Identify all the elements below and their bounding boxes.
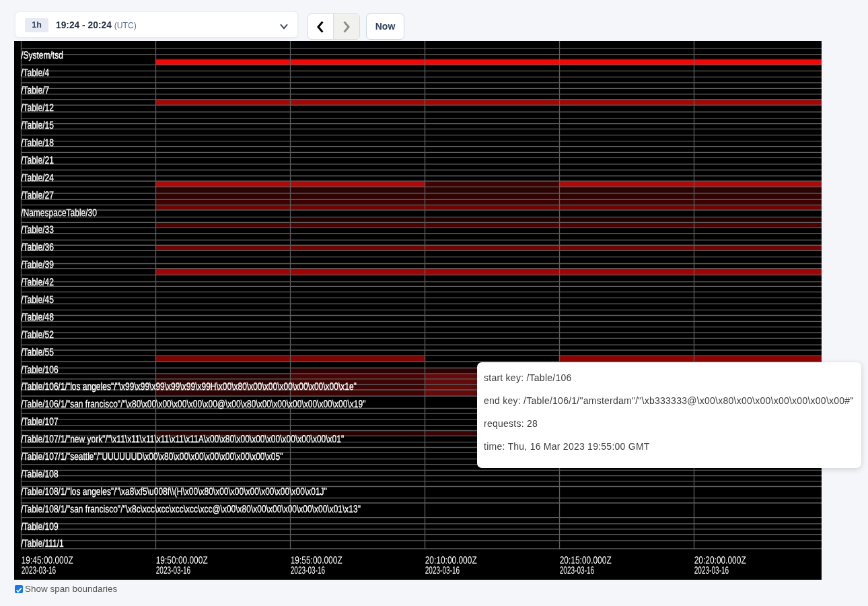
- svg-text:/Table/27: /Table/27: [21, 189, 54, 201]
- svg-text:/Table/33: /Table/33: [21, 224, 54, 236]
- svg-text:/Table/24: /Table/24: [21, 172, 54, 184]
- svg-text:/Table/107/1/"seattle"/"UUUUUU: /Table/107/1/"seattle"/"UUUUUUD\x00\x80\…: [21, 450, 283, 463]
- svg-text:/Table/39: /Table/39: [21, 259, 54, 271]
- svg-text:/Table/48: /Table/48: [21, 311, 54, 323]
- svg-text:/Table/4: /Table/4: [21, 67, 49, 79]
- svg-text:2023-03-16: 2023-03-16: [156, 564, 191, 576]
- svg-text:/NamespaceTable/30: /NamespaceTable/30: [21, 206, 97, 218]
- svg-text:2023-03-16: 2023-03-16: [425, 564, 460, 576]
- svg-text:/Table/42: /Table/42: [21, 276, 54, 288]
- svg-text:/Table/18: /Table/18: [21, 137, 54, 149]
- svg-text:/Table/12: /Table/12: [21, 102, 54, 114]
- svg-text:/Table/21: /Table/21: [21, 154, 54, 166]
- svg-text:/Table/106/1/"los angeles"/"\x: /Table/106/1/"los angeles"/"\x99\x99\x99…: [21, 380, 357, 393]
- svg-text:2023-03-16: 2023-03-16: [560, 564, 595, 576]
- svg-text:2023-03-16: 2023-03-16: [291, 564, 326, 576]
- svg-text:/Table/108: /Table/108: [21, 468, 59, 480]
- svg-text:/Table/106: /Table/106: [21, 363, 59, 375]
- svg-text:/System/tsd: /System/tsd: [21, 49, 63, 61]
- svg-text:2023-03-16: 2023-03-16: [694, 564, 729, 576]
- svg-text:/Table/108/1/"los angeles"/"\x: /Table/108/1/"los angeles"/"\xa8\xf5\u00…: [21, 485, 327, 498]
- svg-text:/Table/36: /Table/36: [21, 241, 54, 253]
- svg-text:/Table/111/1: /Table/111/1: [21, 537, 64, 549]
- svg-text:/Table/45: /Table/45: [21, 294, 54, 306]
- svg-text:/Table/109: /Table/109: [21, 520, 59, 532]
- svg-text:/Table/15: /Table/15: [21, 119, 54, 131]
- svg-text:/Table/55: /Table/55: [21, 346, 54, 358]
- svg-text:/Table/107/1/"new york"/"\x11\: /Table/107/1/"new york"/"\x11\x11\x11\x1…: [21, 433, 344, 445]
- svg-text:/Table/108/1/"san francisco"/": /Table/108/1/"san francisco"/"\x8c\xcc\x…: [21, 503, 361, 515]
- svg-text:2023-03-16: 2023-03-16: [22, 564, 57, 576]
- svg-text:/Table/7: /Table/7: [21, 84, 49, 96]
- svg-text:/Table/106/1/"san francisco"/": /Table/106/1/"san francisco"/"\x80\x00\x…: [21, 398, 365, 410]
- svg-text:/Table/52: /Table/52: [21, 329, 54, 341]
- svg-text:/Table/107: /Table/107: [21, 415, 59, 428]
